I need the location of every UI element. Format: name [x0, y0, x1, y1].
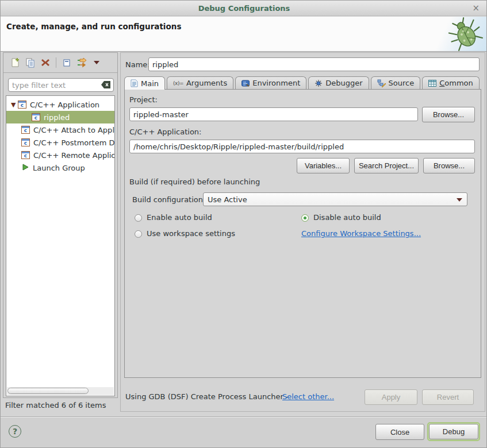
application-label: C/C++ Application: — [129, 128, 201, 136]
build-configuration-value: Use Active — [208, 195, 247, 204]
project-label: Project: — [129, 95, 158, 104]
environment-tab-icon — [241, 80, 250, 87]
debug-button[interactable]: Debug — [429, 424, 478, 439]
configurations-sidebar: ▼ C/C++ Application rippled C/C++ Attach… — [3, 52, 118, 398]
duplicate-configuration-icon[interactable] — [23, 55, 38, 70]
tree-item-cpp-attach[interactable]: C/C++ Attach to Application — [6, 123, 114, 136]
tree-item-label: C/C++ Remote Application — [33, 151, 114, 160]
enable-auto-build-label: Enable auto build — [147, 213, 212, 222]
main-tab-icon — [131, 79, 138, 87]
main-tab-content: Project: Browse... C/C++ Application: Va… — [124, 89, 481, 378]
disable-auto-build-radio[interactable] — [301, 214, 309, 222]
clear-filter-icon[interactable] — [101, 81, 111, 90]
dropdown-arrow-icon — [457, 198, 462, 202]
filter-input[interactable] — [8, 78, 114, 92]
filter-configurations-icon[interactable] — [74, 55, 89, 70]
disable-auto-build-label: Disable auto build — [313, 213, 381, 222]
c-application-icon — [18, 101, 26, 109]
filter-field — [8, 78, 114, 92]
page-title: Create, manage, and run configurations — [6, 22, 181, 31]
debugger-tab-icon — [315, 79, 323, 87]
scrollbar-thumb[interactable] — [7, 388, 89, 394]
revert-button[interactable]: Revert — [422, 389, 474, 405]
tab-main[interactable]: Main — [124, 76, 165, 90]
tab-environment[interactable]: Environment — [235, 76, 306, 89]
select-other-launcher-link[interactable]: Select other... — [282, 392, 334, 401]
footer-bar: ? Close Debug — [1, 418, 487, 448]
sidebar-toolbar — [3, 53, 117, 73]
tree-item-launch-group[interactable]: Launch Group — [6, 161, 114, 174]
apply-button[interactable]: Apply — [365, 389, 417, 405]
tab-label: Source — [389, 79, 415, 87]
toolbar-menu-icon[interactable] — [89, 55, 104, 70]
dialog-title: Debug Configurations — [198, 4, 290, 13]
tree-item-label: C/C++ Attach to Application — [33, 126, 114, 134]
filter-status-text: Filter matched 6 of 6 items — [5, 401, 106, 410]
c-application-icon — [21, 138, 30, 146]
tab-label: Debugger — [325, 79, 362, 87]
launcher-description: Using GDB (DSF) Create Process Launcher … — [125, 392, 289, 401]
arguments-tab-icon: (x)= — [173, 80, 183, 86]
tree-item-label: C/C++ Postmortem Debugger — [33, 138, 114, 147]
launch-group-icon — [21, 163, 29, 173]
configuration-detail-panel: Name: Main (x)= Arguments Envir — [120, 52, 485, 412]
c-application-icon — [21, 126, 30, 134]
debug-bug-icon — [443, 11, 487, 56]
help-icon[interactable]: ? — [9, 425, 21, 438]
application-input[interactable] — [129, 140, 475, 153]
new-configuration-icon[interactable] — [8, 55, 23, 70]
search-project-button[interactable]: Search Project... — [354, 158, 419, 173]
common-tab-icon — [428, 80, 436, 87]
build-section-heading: Build (if required) before launching — [129, 177, 260, 186]
source-tab-icon — [377, 79, 386, 87]
variables-button[interactable]: Variables... — [297, 158, 350, 173]
launcher-row: Using GDB (DSF) Create Process Launcher … — [121, 385, 485, 408]
c-application-icon — [21, 151, 30, 159]
configure-workspace-settings-link[interactable]: Configure Workspace Settings... — [301, 229, 421, 238]
debug-configurations-dialog: Debug Configurations × Create, manage, a… — [0, 0, 487, 448]
tab-label: Common — [439, 79, 473, 87]
header-banner: Create, manage, and run configurations — [1, 17, 487, 52]
collapse-all-icon[interactable] — [59, 55, 74, 70]
tab-label: Arguments — [186, 79, 227, 87]
c-application-icon — [32, 113, 40, 121]
tab-label: Environment — [252, 79, 300, 87]
tab-bar: Main (x)= Arguments Environment — [124, 76, 481, 90]
tree-item-cpp-postmortem[interactable]: C/C++ Postmortem Debugger — [6, 136, 114, 149]
enable-auto-build-radio[interactable] — [135, 214, 142, 222]
title-bar: Debug Configurations × — [1, 1, 487, 16]
close-button[interactable]: Close — [375, 424, 424, 440]
use-workspace-settings-radio[interactable] — [135, 230, 142, 238]
tree-item-label: C/C++ Application — [30, 101, 99, 109]
debug-default-ring: Debug — [427, 422, 480, 441]
tab-source[interactable]: Source — [371, 76, 421, 89]
tree-item-label: rippled — [44, 113, 70, 122]
configurations-tree: ▼ C/C++ Application rippled C/C++ Attach… — [6, 95, 115, 396]
application-browse-button[interactable]: Browse... — [423, 158, 475, 173]
project-input[interactable] — [129, 107, 418, 121]
tab-debugger[interactable]: Debugger — [308, 76, 369, 89]
tree-item-label: Launch Group — [33, 164, 85, 172]
tab-arguments[interactable]: (x)= Arguments — [167, 76, 233, 89]
delete-configuration-icon[interactable] — [38, 55, 53, 70]
name-label: Name: — [125, 60, 150, 69]
use-workspace-settings-label: Use workspace settings — [147, 229, 235, 238]
bug-corner-decoration — [433, 17, 487, 51]
tree-horizontal-scrollbar[interactable] — [7, 387, 114, 395]
build-configuration-label: Build configuration: — [132, 195, 205, 204]
tree-item-rippled[interactable]: rippled — [6, 111, 114, 123]
tree-item-cpp-application[interactable]: ▼ C/C++ Application — [6, 98, 114, 111]
expander-down-icon[interactable]: ▼ — [11, 101, 18, 109]
project-browse-button[interactable]: Browse... — [422, 107, 475, 122]
tree-item-cpp-remote[interactable]: C/C++ Remote Application — [6, 149, 114, 161]
toolbar-separator — [56, 57, 56, 68]
tab-label: Main — [141, 79, 159, 88]
name-input[interactable] — [148, 57, 480, 71]
build-configuration-dropdown[interactable]: Use Active — [203, 192, 467, 206]
tab-common[interactable]: Common — [422, 76, 480, 89]
